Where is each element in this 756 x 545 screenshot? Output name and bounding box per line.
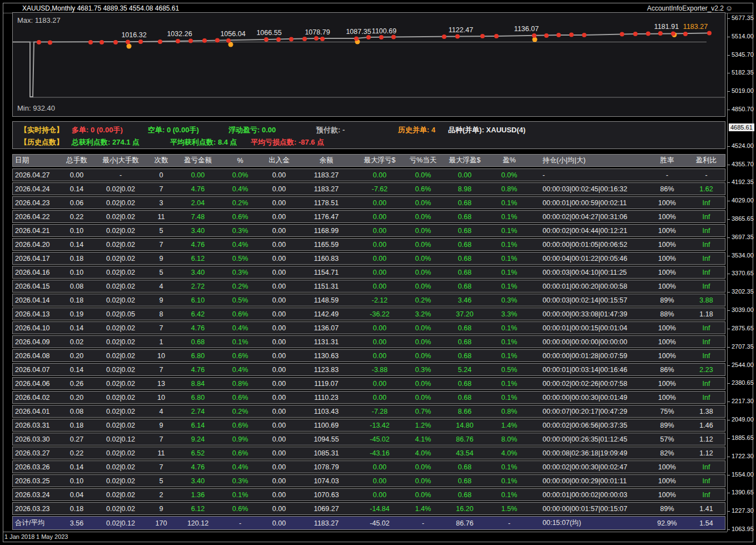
table-row: 2026.04.010.080.02|0.0242.740.2%0.001103…: [12, 405, 725, 418]
table-cell: 2026.03.24: [13, 491, 59, 499]
info-field: 【历史点数】: [20, 137, 63, 147]
table-cell: 1085.31: [299, 449, 354, 457]
table-cell: 1103.43: [299, 408, 354, 415]
table-cell: 0.02|0.02: [94, 463, 147, 471]
time-axis[interactable]: 1 Jan 2018 1 May 2023: [3, 533, 753, 541]
table-cell: 0.68: [441, 380, 489, 388]
table-cell: 7: [147, 435, 175, 443]
table-cell: 0.00: [354, 213, 405, 221]
table-cell: 5: [147, 227, 175, 235]
axis-tick: 1227.30: [728, 507, 753, 515]
table-cell: 0.4%: [221, 185, 260, 193]
table-cell: 0.68: [441, 491, 489, 499]
table-cell: %: [221, 157, 260, 165]
table-cell: 2026.04.23: [13, 199, 59, 207]
svg-text:1066.55: 1066.55: [256, 29, 281, 37]
table-cell: 2026.04.15: [13, 283, 59, 290]
table-cell: 100%: [648, 477, 687, 485]
table-cell: 0.1%: [489, 227, 530, 235]
table-cell: -3.88: [354, 366, 405, 374]
axis-tick: 2217.30: [728, 398, 753, 405]
balance-curve-panel[interactable]: Max: 1183.27 Min: 932.40 1016.321032.261…: [12, 12, 725, 117]
table-cell: 0.68: [441, 227, 489, 235]
table-row: 2026.03.240.040.02|0.0221.360.1%0.001070…: [12, 488, 725, 501]
table-cell: 0.00: [260, 185, 299, 193]
table-row: 2026.04.130.190.02|0.0586.420.6%0.001142…: [12, 308, 725, 320]
table-cell: 2026.03.23: [13, 505, 59, 513]
table-cell: 0.1%: [489, 213, 530, 221]
axis-tick: 1063.95: [728, 526, 753, 533]
table-cell: 0.02|0.02: [94, 213, 147, 221]
table-cell: 100%: [648, 255, 687, 262]
table-cell: 0.0%: [405, 269, 441, 276]
table-cell: 0.00: [260, 213, 299, 221]
table-cell: 1183.27: [299, 185, 354, 193]
table-cell: 7: [147, 463, 175, 471]
table-cell: Inf: [687, 491, 726, 499]
table-cell: 1070.63: [299, 491, 354, 499]
table-cell: 1.36: [175, 491, 221, 499]
table-cell: 7.48: [175, 213, 221, 221]
table-cell: 100%: [648, 213, 687, 221]
table-cell: 0.0%: [405, 491, 441, 499]
table-cell: 1183.27: [299, 519, 354, 527]
table-cell: 0.18: [59, 255, 94, 262]
table-cell: 1136.07: [299, 324, 354, 332]
table-cell: 亏%当天: [405, 156, 441, 165]
table-cell: 0.00: [260, 324, 299, 332]
table-cell: 2026.04.20: [13, 241, 59, 249]
axis-tick: 1885.65: [728, 434, 753, 442]
table-cell: 0.68: [441, 199, 489, 207]
price-axis[interactable]: 5677.355514.005345.705182.355019.004850.…: [728, 3, 753, 542]
table-cell: 0.02|0.02: [94, 324, 147, 332]
table-cell: 100%: [648, 338, 687, 346]
table-cell: 1176.47: [299, 213, 354, 221]
table-cell: 00:00:01|00:00:59|00:02:11: [530, 199, 648, 207]
table-cell: 0.08: [59, 408, 94, 415]
table-cell: 0: [147, 171, 175, 179]
table-cell: 3.46: [441, 296, 489, 304]
svg-text:1087.35: 1087.35: [346, 28, 371, 36]
table-row: 2026.04.140.180.02|0.0296.100.5%0.001148…: [12, 294, 725, 306]
table-cell: 0.00: [260, 463, 299, 471]
table-cell: 0.00: [354, 227, 405, 235]
table-cell: 57%: [648, 435, 687, 443]
table-header: 日期总手数最小|大手数次数盈亏金额%出入金余额最大浮亏$亏%当天最大浮盈$盈%持…: [12, 154, 725, 167]
info-field: 品种(并单): XAUUSD(4): [448, 125, 525, 135]
table-cell: 3.88: [687, 296, 726, 304]
axis-tick: 2049.00: [728, 416, 753, 424]
table-cell: Inf: [687, 324, 726, 332]
table-cell: 0.22: [59, 449, 94, 457]
table-cell: 0.0%: [405, 477, 441, 485]
table-cell: 0.18: [59, 422, 94, 429]
table-cell: 1160.83: [299, 255, 354, 262]
table-cell: Inf: [687, 283, 726, 290]
table-cell: 0.02|0.02: [94, 241, 147, 249]
info-field: 多单: 0 (0.00手): [72, 125, 123, 135]
table-cell: 0.0%: [489, 171, 530, 179]
info-field: 【实时持仓】: [20, 125, 63, 135]
table-total-row: 合计/平均3.560.02|0.12170120.12-0.001183.27-…: [12, 516, 725, 530]
axis-tick: 5514.00: [728, 33, 753, 41]
table-cell: 00:00:07|00:20:17|00:47:29: [530, 408, 648, 415]
table-cell: 0.02|0.02: [94, 269, 147, 276]
info-field: 浮动盈亏: 0.00: [228, 125, 276, 135]
table-cell: 0.00: [260, 366, 299, 374]
table-cell: 2.23: [687, 366, 726, 374]
table-cell: 16.20: [441, 505, 489, 513]
table-cell: 6.14: [175, 422, 221, 429]
axis-tick: 2875.65: [728, 325, 753, 333]
table-cell: 0.0%: [405, 255, 441, 262]
table-cell: 1078.79: [299, 463, 354, 471]
table-cell: 0.3%: [221, 227, 260, 235]
table-cell: 1148.59: [299, 296, 354, 304]
info-field: 历史并单: 4: [398, 125, 435, 135]
table-cell: 0.5%: [221, 255, 260, 262]
table-cell: 2026.03.31: [13, 422, 59, 429]
table-cell: 00:00:02|00:00:30|00:02:47: [530, 463, 648, 471]
table-cell: 9: [147, 255, 175, 262]
axis-tick: 4524.00: [728, 142, 753, 150]
table-cell: 0.3%: [221, 477, 260, 485]
table-cell: 0.3%: [489, 296, 530, 304]
table-body: 2026.04.270.00-00.000.0%0.001183.270.000…: [12, 169, 725, 530]
